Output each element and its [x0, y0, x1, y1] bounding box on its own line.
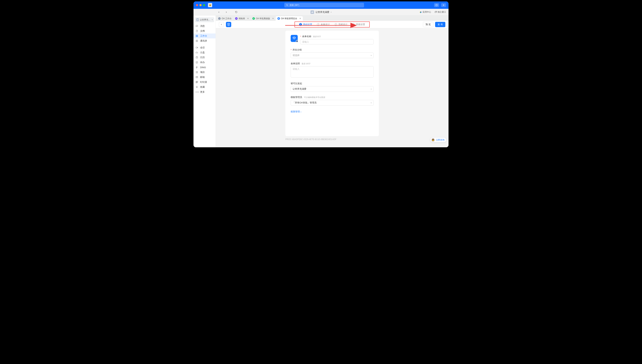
wizard-step[interactable]: 4高级设置	[352, 23, 365, 26]
tab-app-icon: ✦	[235, 17, 238, 20]
tab-app-icon: C	[252, 17, 255, 20]
process-id: PROC-80ADFE6C-0329-4E7E-B11E-0BE8024D1AD…	[285, 138, 379, 142]
detach-window-icon	[435, 11, 437, 13]
form-group-label: 所在分组	[293, 48, 302, 52]
sidebar-item-chat[interactable]: 消息	[193, 24, 215, 28]
global-search-input[interactable]: 搜索 (⌘F)	[284, 3, 364, 8]
sidebar-item-contacts[interactable]: 通讯录	[193, 38, 215, 43]
form-admin-hint: 可以编辑模板并导出数据	[304, 96, 325, 99]
sidebar-item-project[interactable]: 项目	[193, 70, 215, 75]
sidebar-item-meeting[interactable]: 会议	[193, 45, 215, 50]
app-center-link[interactable]: 应用中心	[419, 10, 431, 14]
detach-window-link[interactable]: 独立窗口	[435, 10, 446, 14]
form-admin-select[interactable]: 「所有OA审批」管理员 ▾	[291, 100, 374, 106]
sidebar-item-doc[interactable]: 文档	[193, 28, 215, 34]
tab[interactable]: ✚OA 审批管理后台✕	[276, 16, 303, 21]
edit-app-icon[interactable]	[296, 40, 298, 42]
svg-point-26	[196, 71, 196, 72]
sidebar-item-label: 工作台	[200, 34, 207, 38]
app-center-icon	[419, 11, 422, 14]
wizard-step[interactable]: 3流程设计	[335, 23, 348, 26]
sidebar-item-label: 邮箱	[200, 76, 205, 79]
sidebar-item-grid[interactable]: 工作台	[193, 34, 215, 38]
form-group-select[interactable]: 请选择 ▾	[291, 52, 374, 58]
sidebar-item-dingda[interactable]: 钉钉搭	[193, 80, 215, 84]
title-dropdown-icon[interactable]: ▾	[331, 11, 332, 13]
svg-marker-8	[421, 11, 422, 13]
form-app-icon[interactable]	[291, 35, 298, 42]
required-marker: *	[300, 35, 301, 38]
svg-rect-11	[435, 12, 436, 13]
publish-button[interactable]: 发 布	[435, 22, 445, 27]
sidebar-item-label: 更多	[200, 90, 205, 94]
left-sidebar: 让世界充满爱 ▾ 消息文档工作台通讯录会议云盘日历待办DING项目邮箱钉钉搭收藏…	[193, 16, 216, 147]
org-switcher[interactable]: 让世界充满爱 ▾	[195, 17, 214, 22]
minimize-window-button[interactable]	[199, 4, 202, 6]
svg-rect-17	[197, 36, 198, 37]
tab-app-icon: ✚	[277, 17, 280, 20]
user-avatar[interactable]: 🐱	[208, 3, 212, 7]
zoom-window-button[interactable]	[203, 4, 205, 6]
chevron-right-icon: ›	[300, 110, 301, 113]
chevron-down-icon: ▾	[371, 102, 372, 104]
svg-point-27	[197, 71, 198, 72]
step-number: 2	[317, 23, 319, 26]
sidebar-item-calendar[interactable]: 日历	[193, 55, 215, 60]
tab-app-icon: ⌂	[218, 17, 221, 20]
step-number: 3	[335, 23, 337, 26]
svg-rect-25	[196, 62, 198, 63]
close-window-button[interactable]	[196, 4, 198, 6]
new-tab-button[interactable]	[441, 3, 446, 7]
sidebar-item-ding[interactable]: DING	[193, 65, 215, 70]
svg-rect-14	[196, 35, 197, 36]
tab[interactable]: COA 审批高级版✕	[251, 16, 276, 21]
svg-point-28	[196, 72, 196, 73]
tab-close-icon[interactable]: ✕	[299, 17, 301, 20]
window-titlebar: 🐱 搜索 (⌘F)	[193, 2, 449, 9]
sidebar-item-more[interactable]: •••更多	[193, 90, 215, 94]
tab[interactable]: ⌂OA 工作台	[216, 16, 233, 21]
doc-icon	[196, 30, 198, 32]
svg-rect-21	[196, 57, 198, 58]
sidebar-item-label: DING	[200, 66, 206, 69]
wizard-step[interactable]: 1基础设置	[299, 23, 312, 26]
page-back-button[interactable]	[219, 22, 224, 27]
form-admin-label: 模板管理员	[291, 96, 302, 99]
page-toolbar: 1基础设置2表单设计3流程设计4高级设置 预 览 发 布	[216, 21, 449, 28]
sidebar-item-mail[interactable]: 邮箱	[193, 75, 215, 80]
sidebar-item-todo[interactable]: 待办	[193, 60, 215, 65]
preview-button[interactable]: 预 览	[423, 22, 434, 27]
nav-forward-button[interactable]	[224, 10, 228, 14]
svg-rect-12	[197, 20, 198, 20]
consult-button[interactable]: 👩 立即咨询	[430, 138, 446, 142]
form-name-input[interactable]	[300, 39, 374, 44]
contacts-icon	[196, 40, 198, 42]
sidebar-item-label: 项目	[200, 71, 205, 74]
sidebar-item-cloud[interactable]: 云盘	[193, 50, 215, 55]
tab-close-icon[interactable]: ✕	[272, 17, 274, 20]
history-button[interactable]	[434, 3, 439, 7]
star-icon	[196, 86, 198, 88]
svg-rect-35	[196, 81, 197, 82]
sidebar-item-label: 待办	[200, 61, 205, 64]
step-label: 高级设置	[356, 23, 365, 26]
svg-rect-16	[196, 36, 197, 37]
sidebar-item-star[interactable]: 收藏	[193, 84, 215, 90]
chevron-down-icon: ▾	[212, 19, 213, 20]
svg-rect-5	[312, 12, 312, 13]
form-who-select[interactable]: 让世界充满爱 ▾	[291, 86, 374, 92]
tab[interactable]: ✦维格表✕	[233, 16, 251, 21]
svg-rect-6	[312, 12, 313, 13]
tab-close-icon[interactable]: ✕	[247, 17, 249, 20]
chat-icon	[196, 25, 198, 27]
sidebar-item-label: 收藏	[200, 86, 205, 88]
permission-link[interactable]: 权限管理 ›	[291, 110, 301, 113]
nav-refresh-button[interactable]	[234, 10, 238, 14]
required-marker: *	[291, 49, 291, 51]
nav-back-button[interactable]	[217, 10, 221, 14]
form-desc-textarea[interactable]	[291, 66, 374, 78]
wizard-step[interactable]: 2表单设计	[317, 23, 330, 26]
sidebar-item-label: 云盘	[200, 51, 205, 54]
cloud-icon	[196, 51, 198, 54]
tab-label: OA 审批管理后台	[281, 17, 297, 20]
